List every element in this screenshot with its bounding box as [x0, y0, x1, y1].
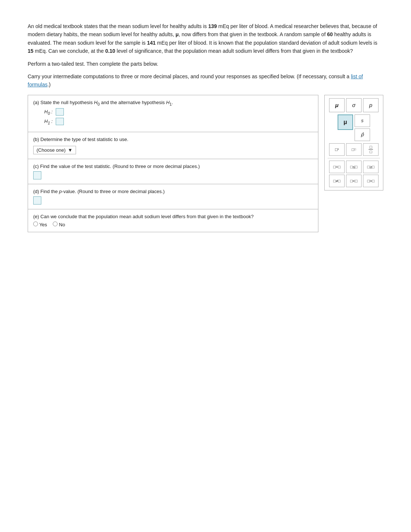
part-a-letter: (a) — [33, 100, 39, 105]
sym-leq-btn[interactable]: □≤□ — [346, 161, 362, 173]
mu-symbol: μ — [176, 31, 179, 37]
sym-gt-btn[interactable]: □>□ — [363, 175, 379, 187]
sym-geq-btn[interactable]: □≥□ — [363, 161, 379, 173]
dropdown-label: (Choose one) — [37, 147, 66, 153]
part-d-label: (d) Find the p-value. (Round to three or… — [33, 189, 313, 194]
sym-fraction-btn[interactable]: □ □ — [363, 143, 379, 156]
h0-label: H0 : — [44, 109, 53, 116]
test-statistic-dropdown[interactable]: (Choose one) ▼ — [33, 146, 76, 154]
part-c-letter: (c) — [33, 164, 39, 169]
operator-row-2: □=□ □≤□ □≥□ — [328, 161, 380, 173]
yes-no-row: Yes No — [33, 222, 313, 227]
symbol-palette: μ σ p μ s p̂ □² □□ □ □ □=□ □≤□ □≥□ — [324, 95, 383, 191]
problem-statement: An old medical textbook states that the … — [28, 22, 383, 89]
no-text: No — [59, 222, 65, 227]
sym-divider-1 — [328, 158, 380, 158]
part-d-letter: (d) — [33, 189, 39, 194]
yes-label[interactable]: Yes — [33, 222, 48, 227]
sym-sigma-btn[interactable]: σ — [346, 98, 362, 112]
operator-row-3: □≠□ □<□ □>□ — [328, 175, 380, 187]
h1-row: H1 : — [44, 118, 313, 125]
yes-text: Yes — [39, 222, 47, 227]
part-c-label: (c) Find the value of the test statistic… — [33, 164, 313, 169]
part-e: (e) Can we conclude that the population … — [28, 209, 318, 232]
sym-neq-btn[interactable]: □≠□ — [329, 175, 345, 187]
part-a: (a) State the null hypothesis H0 and the… — [28, 95, 318, 133]
value-010: 0.10 — [105, 48, 115, 54]
part-b-letter: (b) — [33, 137, 39, 142]
value-139: 139 — [208, 23, 217, 29]
part-c-text: Find the value of the test statistic. (R… — [40, 164, 200, 169]
sym-mu-btn[interactable]: μ — [329, 98, 345, 112]
h1-input[interactable] — [56, 118, 64, 125]
p-value-input[interactable] — [33, 196, 41, 205]
part-e-label: (e) Can we conclude that the population … — [33, 214, 313, 219]
part-e-text: Can we conclude that the population mean… — [41, 214, 254, 219]
value-60: 60 — [327, 31, 333, 37]
sym-p-btn[interactable]: p — [363, 98, 379, 112]
part-b-text: Determine the type of test statistic to … — [41, 137, 128, 142]
problem-paragraph: An old medical textbook states that the … — [28, 22, 383, 55]
h0-input[interactable] — [56, 108, 64, 116]
h1-label: H1 : — [44, 119, 53, 125]
part-c: (c) Find the value of the test statistic… — [28, 159, 318, 184]
active-symbol-row: μ s p̂ — [328, 114, 380, 141]
value-15: 15 — [28, 48, 34, 54]
yes-radio[interactable] — [33, 222, 38, 226]
sym-subscript-btn[interactable]: □□ — [346, 143, 362, 156]
dropdown-arrow-icon: ▼ — [68, 147, 73, 153]
formula-link[interactable]: list of formulas — [28, 73, 363, 87]
sym-phat-btn[interactable]: p̂ — [355, 128, 370, 141]
instruction-1: Perform a two-tailed test. Then complete… — [28, 60, 383, 68]
question-box: (a) State the null hypothesis H0 and the… — [28, 95, 318, 233]
sym-s-btn[interactable]: s — [355, 114, 370, 127]
test-statistic-input[interactable] — [33, 171, 41, 179]
sym-lt-btn[interactable]: □<□ — [346, 175, 362, 187]
value-141: 141 — [147, 40, 155, 46]
main-area: (a) State the null hypothesis H0 and the… — [28, 95, 383, 233]
sym-eq-btn[interactable]: □=□ — [329, 161, 345, 173]
no-label[interactable]: No — [53, 222, 65, 227]
instruction-2: Carry your intermediate computations to … — [28, 72, 383, 89]
no-radio[interactable] — [53, 222, 58, 226]
part-b: (b) Determine the type of test statistic… — [28, 132, 318, 159]
part-d: (d) Find the p-value. (Round to three or… — [28, 184, 318, 209]
part-a-label: (a) State the null hypothesis H0 and the… — [33, 100, 313, 106]
h0-row: H0 : — [44, 108, 313, 116]
top-symbol-row: μ σ p — [328, 98, 380, 112]
part-b-label: (b) Determine the type of test statistic… — [33, 137, 313, 142]
sym-mu-active[interactable]: μ — [338, 114, 353, 130]
part-e-letter: (e) — [33, 214, 39, 219]
sym-secondary-col: s p̂ — [355, 114, 370, 141]
operator-row-1: □² □□ □ □ — [328, 143, 380, 156]
sym-squared-btn[interactable]: □² — [329, 143, 345, 156]
